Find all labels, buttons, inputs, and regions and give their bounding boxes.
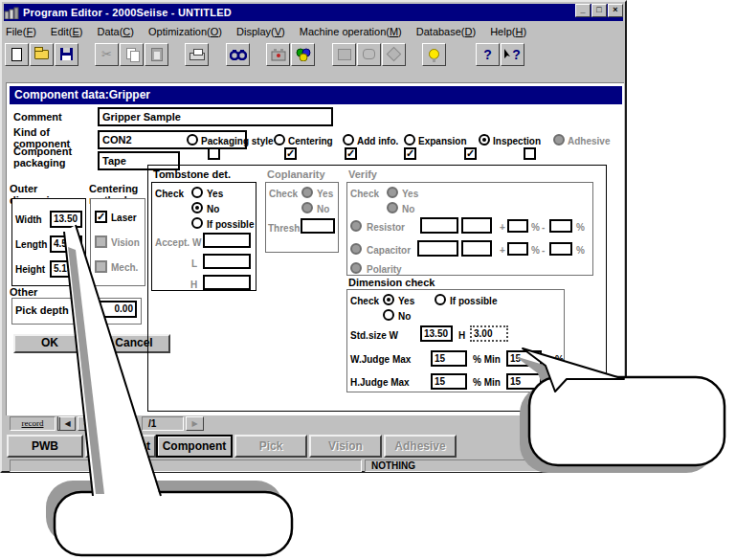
resistor-input-2[interactable] xyxy=(461,217,492,234)
h-judge-min-input[interactable]: 15 xyxy=(506,373,542,390)
length-input[interactable]: 4.50 xyxy=(50,235,82,253)
help-button[interactable]: ? xyxy=(476,43,500,66)
title-bar[interactable]: Program Editor - 2000Seiise - UNTITLED xyxy=(4,4,623,21)
menu-help[interactable]: Help(H) xyxy=(490,26,526,37)
tab-pwb[interactable]: PWB xyxy=(7,435,83,458)
w-judge-min-input[interactable]: 15 xyxy=(506,350,542,367)
radio-expansion[interactable] xyxy=(404,134,415,146)
dim-no-radio[interactable] xyxy=(383,309,394,321)
capacitor-radio[interactable] xyxy=(350,243,362,255)
tombstone-yes-radio[interactable] xyxy=(191,187,203,198)
dim-ifpossible-radio[interactable] xyxy=(435,294,446,305)
board-view-button[interactable] xyxy=(332,43,356,66)
tab-adhesive[interactable]: Adhesive xyxy=(384,435,457,458)
checkbox-inspection[interactable]: ✓ xyxy=(464,147,477,160)
hand-tool-button[interactable] xyxy=(357,43,381,66)
menu-database[interactable]: Database(D) xyxy=(416,26,476,37)
accept-h-label: H xyxy=(190,280,197,290)
dim-ifpossible-label: If possible xyxy=(450,296,497,306)
checkbox-centering[interactable]: ✓ xyxy=(284,147,297,160)
resistor-minus-pct-input[interactable] xyxy=(549,219,572,233)
record-prev-button[interactable]: ◀ xyxy=(78,416,96,431)
vision-checkbox[interactable] xyxy=(95,235,107,248)
record-first-button[interactable]: ◀ xyxy=(57,416,76,431)
w-judge-max-input[interactable]: 15 xyxy=(431,350,467,367)
height-input[interactable]: 5.19 xyxy=(50,260,82,278)
tab-component[interactable]: Component xyxy=(156,435,233,458)
tombstone-ifpossible-radio[interactable] xyxy=(191,217,203,229)
find-button[interactable] xyxy=(226,43,250,66)
std-size-w-input[interactable]: 13.50 xyxy=(420,325,453,342)
radio-centering[interactable] xyxy=(274,134,285,146)
resistor-plus-pct-input[interactable] xyxy=(507,219,528,233)
resistor-input-1[interactable] xyxy=(420,217,458,234)
tab-mount[interactable]: Mount xyxy=(85,435,156,458)
comment-input[interactable]: Gripper Sample xyxy=(98,107,333,126)
open-button[interactable] xyxy=(30,43,54,66)
tombstone-yes-label: Yes xyxy=(207,189,223,199)
menu-optimization[interactable]: Optimization(O) xyxy=(148,26,222,37)
minimize-button[interactable]: _ xyxy=(575,4,591,17)
capacitor-input-2[interactable] xyxy=(461,240,492,257)
tab-vision[interactable]: Vision xyxy=(309,435,382,458)
tab-pick[interactable]: Pick xyxy=(234,435,307,458)
radio-adhesive[interactable] xyxy=(553,134,565,146)
verify-no-radio[interactable] xyxy=(387,202,398,213)
accept-l-input[interactable] xyxy=(203,254,251,269)
callout-left-bubble xyxy=(55,492,292,555)
ok-button[interactable]: OK xyxy=(13,334,86,353)
section-header: Component data:Gripper xyxy=(10,86,622,104)
radio-packaging-style[interactable] xyxy=(187,134,198,146)
radio-inspection[interactable] xyxy=(479,134,490,146)
menu-data[interactable]: Data(C) xyxy=(97,26,134,37)
accept-h-input[interactable] xyxy=(203,275,251,290)
std-size-h-input[interactable]: 3.00 xyxy=(470,325,508,342)
machine-button[interactable] xyxy=(266,43,290,66)
capacitor-plus-pct-input[interactable] xyxy=(507,242,528,256)
coplanarity-no-radio[interactable] xyxy=(301,202,313,213)
context-help-button[interactable]: ? xyxy=(501,43,524,66)
laser-checkbox[interactable]: ✓ xyxy=(95,211,107,223)
checkbox-adhesive[interactable] xyxy=(524,147,536,160)
close-button[interactable]: × xyxy=(608,4,623,17)
parts-button[interactable] xyxy=(291,43,315,66)
record-next-button[interactable]: ▶ xyxy=(186,416,204,431)
record-number-input[interactable] xyxy=(98,416,126,431)
tombstone-no-radio[interactable] xyxy=(191,202,203,213)
h-judge-max-input[interactable]: 15 xyxy=(431,373,467,390)
dim-yes-radio[interactable] xyxy=(383,294,394,305)
polarity-radio[interactable] xyxy=(350,262,362,274)
save-button[interactable] xyxy=(55,43,78,66)
resistor-radio[interactable] xyxy=(350,220,362,232)
capacitor-minus-pct-input[interactable] xyxy=(549,242,572,256)
verify-yes-radio[interactable] xyxy=(387,187,398,198)
package-view-button[interactable] xyxy=(382,43,406,66)
new-button[interactable] xyxy=(5,43,29,66)
menu-file[interactable]: File(F) xyxy=(6,26,36,37)
checkbox-packaging-style[interactable] xyxy=(208,147,220,160)
cut-button[interactable]: ✂ xyxy=(95,43,119,66)
mech-checkbox[interactable] xyxy=(95,260,107,273)
checkbox-expansion[interactable]: ✓ xyxy=(404,147,416,160)
print-button[interactable] xyxy=(185,43,209,66)
pick-depth-input[interactable]: 0.00 xyxy=(91,301,137,318)
paste-button[interactable] xyxy=(145,43,168,66)
paste-icon xyxy=(151,48,163,61)
accept-w-input[interactable] xyxy=(203,233,251,248)
comment-label: Comment xyxy=(13,111,62,123)
tip-button[interactable] xyxy=(422,43,446,66)
capacitor-input-1[interactable] xyxy=(417,240,458,257)
checkbox-add-info[interactable]: ✓ xyxy=(345,147,357,160)
coplanarity-yes-radio[interactable] xyxy=(301,187,313,198)
maximize-button[interactable]: □ xyxy=(591,4,607,17)
dim-no-label: No xyxy=(398,311,411,322)
h-judge-label: H.Judge Max xyxy=(350,377,410,388)
menu-edit[interactable]: Edit(E) xyxy=(51,26,83,37)
copy-button[interactable] xyxy=(120,43,144,66)
width-input[interactable]: 13.50 xyxy=(50,211,82,228)
menu-display[interactable]: Display(V) xyxy=(236,26,285,37)
resistor-plus: + xyxy=(500,222,505,233)
thresh-input[interactable] xyxy=(301,218,335,234)
menu-machine-operation[interactable]: Machine operation(M) xyxy=(300,26,402,37)
radio-add-info[interactable] xyxy=(343,134,354,146)
